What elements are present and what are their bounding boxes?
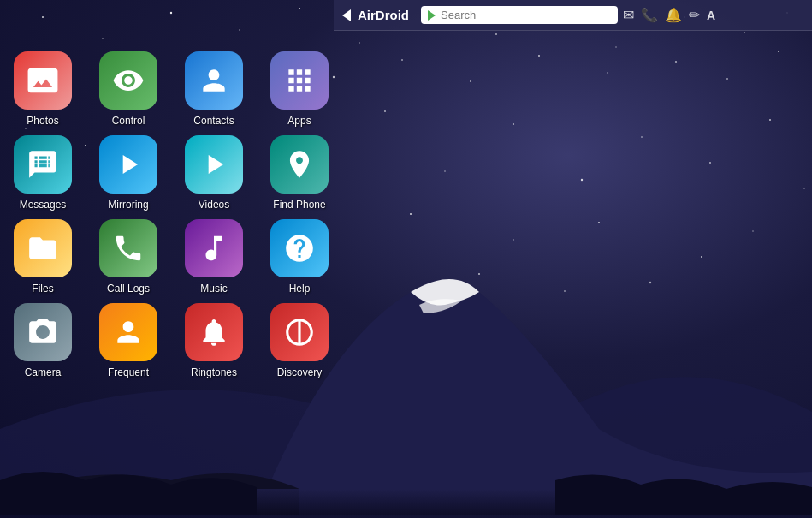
app-help[interactable]: Help (257, 219, 342, 295)
apps-icon (270, 51, 329, 110)
pencil-icon[interactable]: ✏ (689, 7, 700, 23)
svg-point-33 (803, 188, 804, 188)
svg-point-18 (470, 80, 471, 82)
svg-point-2 (170, 12, 172, 14)
svg-point-27 (513, 123, 514, 125)
music-label: Music (200, 283, 227, 295)
phone-icon[interactable]: 📞 (641, 7, 658, 23)
camera-label: Camera (25, 366, 62, 378)
svg-point-9 (615, 46, 616, 47)
svg-point-36 (598, 222, 600, 223)
calllogs-icon (99, 219, 157, 277)
app-messages[interactable]: Messages (0, 135, 86, 211)
svg-point-19 (538, 55, 540, 57)
svg-point-23 (778, 51, 779, 52)
bell-icon[interactable]: 🔔 (665, 7, 682, 23)
svg-point-1 (102, 38, 104, 39)
svg-point-3 (239, 29, 240, 30)
svg-point-35 (513, 239, 514, 241)
music-icon (185, 219, 243, 277)
control-icon (99, 51, 157, 110)
airdroid-logo: AirDroid (342, 8, 416, 22)
svg-point-28 (641, 136, 642, 137)
svg-point-20 (607, 72, 608, 73)
logo-arrow (342, 9, 351, 21)
mirroring-icon (99, 135, 157, 194)
svg-point-22 (726, 78, 728, 80)
app-apps[interactable]: Apps (257, 51, 342, 127)
help-icon (270, 219, 329, 277)
ringtones-icon (185, 303, 243, 361)
search-input[interactable] (441, 9, 611, 21)
svg-point-30 (444, 170, 446, 172)
photos-label: Photos (27, 115, 58, 127)
files-label: Files (32, 283, 53, 295)
mirroring-label: Mirroring (108, 199, 148, 211)
contacts-icon (185, 51, 243, 110)
app-mirroring[interactable]: Mirroring (86, 135, 171, 211)
app-discovery[interactable]: Discovery (257, 303, 342, 378)
app-music[interactable]: Music (171, 219, 257, 295)
control-label: Control (112, 115, 145, 127)
camera-icon (14, 303, 72, 361)
findphone-icon (270, 135, 329, 194)
app-row-4: Camera Frequent Ringtones (0, 303, 342, 378)
contacts-label: Contacts (193, 115, 234, 127)
svg-point-21 (675, 61, 677, 63)
topbar-icons: ✉ 📞 🔔 ✏ A (623, 7, 715, 23)
svg-point-26 (384, 110, 386, 112)
svg-point-11 (744, 32, 745, 33)
findphone-label: Find Phone (273, 199, 325, 211)
frequent-label: Frequent (108, 366, 149, 378)
ringtones-label: Ringtones (191, 366, 237, 378)
search-bar[interactable] (421, 6, 618, 24)
logo-text: AirDroid (358, 8, 409, 22)
help-label: Help (289, 283, 311, 295)
app-control[interactable]: Control (86, 51, 171, 127)
translate-icon[interactable]: A (707, 9, 715, 22)
svg-point-17 (401, 59, 403, 61)
svg-point-4 (299, 8, 300, 9)
svg-point-5 (359, 42, 360, 44)
app-files[interactable]: Files (0, 219, 86, 295)
app-row-2: Messages Mirroring Videos (0, 135, 342, 211)
svg-point-7 (495, 33, 497, 35)
calllogs-label: Call Logs (107, 283, 150, 295)
app-photos[interactable]: Photos (0, 51, 86, 127)
photos-icon (14, 51, 72, 110)
app-row-1: Photos Control Contacts (0, 51, 342, 127)
play-icon (428, 10, 436, 21)
svg-point-0 (42, 16, 44, 18)
app-row-3: Files Call Logs Music (0, 219, 342, 295)
app-contacts[interactable]: Contacts (171, 51, 257, 127)
discovery-label: Discovery (277, 366, 323, 378)
topbar: AirDroid ✉ 📞 🔔 ✏ A (334, 0, 812, 31)
frequent-icon (99, 303, 157, 361)
app-ringtones[interactable]: Ringtones (171, 303, 257, 378)
app-grid: Photos Control Contacts (0, 43, 342, 387)
email-icon[interactable]: ✉ (623, 7, 634, 23)
svg-point-31 (581, 179, 583, 181)
app-frequent[interactable]: Frequent (86, 303, 171, 378)
app-videos[interactable]: Videos (171, 135, 257, 211)
files-icon (14, 219, 72, 277)
svg-point-38 (752, 230, 753, 231)
messages-icon (14, 135, 72, 194)
app-camera[interactable]: Camera (0, 303, 86, 378)
svg-point-32 (709, 162, 711, 164)
discovery-icon (270, 303, 329, 361)
messages-label: Messages (20, 199, 67, 211)
videos-label: Videos (199, 199, 229, 211)
svg-point-29 (769, 119, 771, 121)
svg-point-34 (410, 213, 412, 215)
videos-icon (185, 135, 243, 194)
apps-label: Apps (287, 115, 311, 127)
app-findphone[interactable]: Find Phone (257, 135, 342, 211)
app-calllogs[interactable]: Call Logs (86, 219, 171, 295)
